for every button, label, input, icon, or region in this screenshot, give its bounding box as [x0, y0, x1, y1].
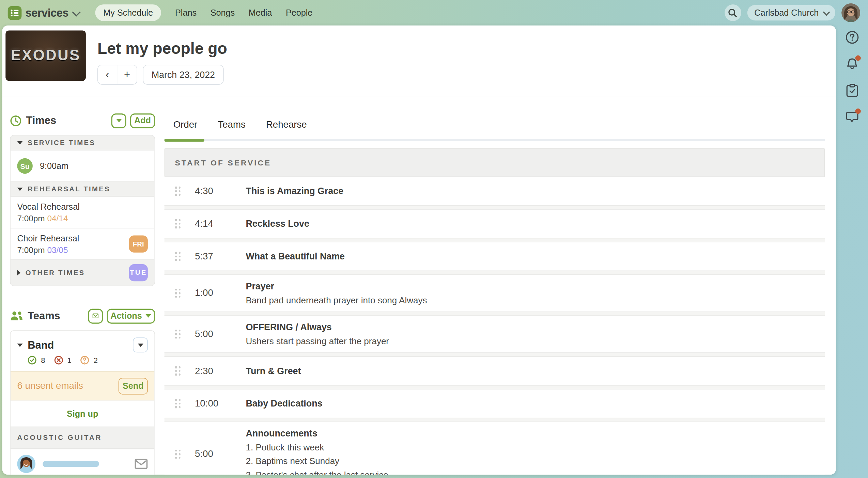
item-length: 2:30 [195, 365, 230, 377]
confirmed-icon [28, 356, 36, 365]
order-item-row[interactable]: 5:37 What a Beautiful Name [165, 242, 825, 271]
search-button[interactable] [725, 4, 741, 21]
help-button[interactable] [845, 30, 859, 44]
item-length: 10:00 [195, 398, 230, 409]
position-label: ACOUSTIC GUITAR [17, 434, 102, 442]
drag-handle-icon[interactable] [175, 187, 181, 196]
nav-my-schedule[interactable]: My Schedule [95, 4, 161, 21]
rehearsal-name: Vocal Rehearsal [17, 202, 148, 212]
item-title: Reckless Love [246, 219, 309, 228]
drag-handle-icon[interactable] [175, 450, 181, 459]
position-header: ACOUSTIC GUITAR [11, 427, 155, 449]
plan-date-button[interactable]: March 23, 2022 [143, 65, 223, 85]
unsent-emails-text: 6 unsent emails [17, 381, 83, 392]
chevron-down-icon [72, 7, 80, 16]
member-avatar [17, 455, 35, 473]
notifications-button[interactable] [845, 57, 859, 71]
topbar-right: Carlsbad Church [725, 3, 861, 22]
previous-plan-button[interactable]: ‹ [98, 65, 118, 84]
drag-handle-icon[interactable] [175, 252, 181, 261]
series-artwork-text: EXODUS [11, 47, 81, 64]
notification-badge [855, 109, 861, 114]
item-title: Prayer [246, 281, 275, 291]
rehearsal-row[interactable]: Vocal Rehearsal 7:00pm 04/14 [11, 196, 155, 228]
plan-sidebar: Times Add SERVICE TIMES Su 9:00am [10, 96, 155, 475]
service-time: 9:00am [40, 161, 68, 171]
times-add-button[interactable]: Add [130, 113, 155, 128]
expand-caret-icon [17, 270, 20, 275]
confirmed-count: 8 [41, 356, 45, 364]
rehearsal-row[interactable]: Choir Rehearsal 7:00pm 03/05 FRI [11, 228, 155, 260]
order-item-row[interactable]: 4:14 Reckless Love [165, 210, 825, 238]
order-area: Order Teams Rehearse START OF SERVICE 4:… [165, 96, 825, 475]
item-length: 5:00 [195, 329, 230, 340]
tab-teams[interactable]: Teams [218, 119, 245, 131]
order-item-row[interactable]: 1:00 Prayer Band pad underneath prayer i… [165, 275, 825, 312]
order-item-row[interactable]: 10:00 Baby Dedications [165, 389, 825, 418]
organization-switcher[interactable]: Carlsbad Church [747, 5, 835, 21]
team-member-row[interactable] [11, 449, 155, 475]
tab-order[interactable]: Order [173, 119, 198, 131]
item-length: 5:00 [195, 449, 230, 460]
tab-rehearse[interactable]: Rehearse [266, 119, 307, 131]
right-rail [836, 26, 868, 478]
row-divider [165, 238, 825, 242]
product-name: services [26, 6, 68, 19]
service-time-row[interactable]: Su 9:00am [11, 150, 155, 181]
rehearsal-times-section[interactable]: REHEARSAL TIMES [11, 181, 155, 196]
rehearsal-date: 03/05 [47, 245, 68, 255]
row-divider [165, 312, 825, 316]
order-item-row[interactable]: 5:00 Announcements 1. Potluck this week … [165, 422, 825, 475]
nav-songs[interactable]: Songs [211, 8, 235, 18]
drag-handle-icon[interactable] [175, 399, 181, 408]
chevron-down-icon [823, 9, 830, 16]
services-logo-icon [8, 6, 22, 20]
help-icon [845, 30, 859, 44]
series-artwork[interactable]: EXODUS [5, 30, 86, 81]
other-times-section[interactable]: OTHER TIMES TUE [11, 259, 155, 285]
rehearsal-time: 7:00pm [17, 245, 45, 255]
drag-handle-icon[interactable] [175, 219, 181, 228]
section-header-label: START OF SERVICE [175, 158, 272, 167]
times-options-button[interactable] [111, 113, 126, 128]
messages-button[interactable] [845, 110, 859, 124]
band-header[interactable]: Band [11, 331, 155, 355]
user-avatar[interactable] [841, 3, 860, 22]
services-logo[interactable]: services [8, 6, 78, 20]
page-body: Times Add SERVICE TIMES Su 9:00am [2, 96, 836, 475]
item-title: OFFERING / Always [246, 322, 332, 332]
plan-title: Let my people go [97, 39, 227, 58]
nav-plans[interactable]: Plans [175, 8, 197, 18]
email-team-button[interactable] [88, 308, 103, 323]
nav-media[interactable]: Media [249, 8, 272, 18]
item-note-line: 2. Baptims next Sunday [246, 457, 388, 466]
other-times-label: OTHER TIMES [26, 269, 85, 276]
item-length: 4:14 [195, 218, 230, 229]
order-item-row[interactable]: 4:30 This is Amazing Grace [165, 177, 825, 205]
add-plan-button[interactable]: + [118, 65, 137, 84]
send-emails-button[interactable]: Send [119, 378, 148, 395]
nav-people[interactable]: People [286, 8, 312, 18]
teams-actions-button[interactable]: Actions [107, 308, 155, 323]
plan-header: EXODUS Let my people go ‹ + March 23, 20… [2, 26, 836, 96]
people-icon [10, 310, 23, 322]
row-divider [165, 271, 825, 275]
tasks-button[interactable] [845, 83, 859, 97]
drag-handle-icon[interactable] [175, 330, 181, 339]
service-section-header[interactable]: START OF SERVICE [165, 148, 825, 177]
sign-up-link[interactable]: Sign up [67, 409, 98, 419]
order-item-row[interactable]: 2:30 Turn & Greet [165, 357, 825, 385]
service-times-label: SERVICE TIMES [28, 139, 95, 147]
mail-icon[interactable] [135, 458, 148, 469]
actions-label: Actions [110, 311, 142, 321]
drag-handle-icon[interactable] [175, 366, 181, 376]
organization-name: Carlsbad Church [754, 8, 819, 18]
app-window: services My Schedule Plans Songs Media P… [0, 0, 868, 478]
order-item-row[interactable]: 5:00 OFFERING / Always Ushers start pass… [165, 316, 825, 352]
plan-page: EXODUS Let my people go ‹ + March 23, 20… [2, 26, 836, 475]
drag-handle-icon[interactable] [175, 289, 181, 298]
service-times-section[interactable]: SERVICE TIMES [11, 136, 155, 150]
main-nav: My Schedule Plans Songs Media People [95, 4, 312, 21]
row-divider [165, 352, 825, 357]
band-options-button[interactable] [133, 337, 148, 352]
